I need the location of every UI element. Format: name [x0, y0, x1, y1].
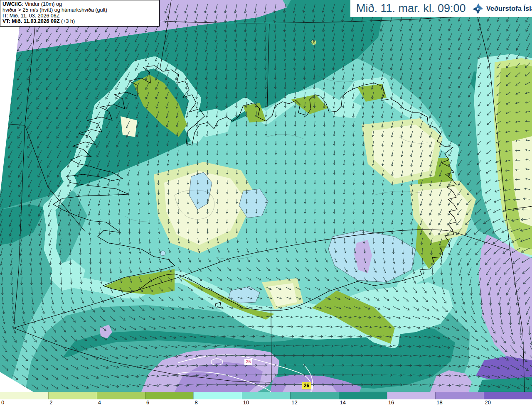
weather-map-stage	[0, 0, 532, 406]
legend-segment	[387, 392, 435, 399]
legend-segment	[48, 392, 96, 399]
legend-tick-labels: 02468101214161820	[0, 399, 532, 406]
legend-segment	[290, 392, 338, 399]
lake	[160, 251, 165, 256]
legend-tick: 0	[1, 399, 4, 406]
info-line-4: VT: Mið. 11.03.2026 09Z (+3 h)	[2, 19, 157, 24]
wind-map-canvas	[0, 0, 532, 406]
model-info-box: UWC/IG: Vindur (10m) og hviður > 25 m/s …	[0, 0, 160, 27]
info-line-3: IT: Mið. 11. 03. 2026 06Z	[2, 13, 157, 19]
gust-contour-label-25: 25	[244, 359, 252, 365]
info-line-2: hviður > 25 m/s (hvítt) og hámarkshviða …	[2, 7, 157, 13]
legend-segment	[145, 392, 193, 399]
legend-tick: 20	[485, 399, 491, 406]
met-office-pinwheel-icon	[472, 2, 484, 15]
legend-tick: 16	[388, 399, 394, 406]
header-bar: Mið. 11. mar. kl. 09:00 Veðurstofa Íslan…	[350, 0, 532, 17]
legend-segment	[484, 392, 532, 399]
legend-segment	[97, 392, 145, 399]
gust-contour-label-26: 26	[302, 382, 311, 389]
legend-segment	[339, 392, 387, 399]
legend-tick: 4	[98, 399, 101, 406]
legend-tick: 10	[243, 399, 249, 406]
legend-segment	[242, 392, 290, 399]
legend-segment	[0, 392, 48, 399]
legend-tick: 18	[436, 399, 442, 406]
met-office-name: Veðurstofa Íslands	[486, 5, 532, 12]
legend-segment	[193, 392, 241, 399]
wind-speed-legend: 02468101214161820	[0, 392, 532, 406]
valid-time-title: Mið. 11. mar. kl. 09:00	[350, 2, 466, 15]
met-office-logo-link[interactable]: Veðurstofa Íslands	[472, 2, 532, 15]
legend-tick: 2	[49, 399, 52, 406]
info-line-1: UWC/IG: Vindur (10m) og	[2, 2, 157, 7]
legend-color-band	[0, 392, 532, 399]
legend-tick: 14	[340, 399, 346, 406]
legend-tick: 6	[146, 399, 149, 406]
legend-tick: 12	[291, 399, 297, 406]
legend-segment	[435, 392, 483, 399]
legend-tick: 8	[195, 399, 197, 406]
